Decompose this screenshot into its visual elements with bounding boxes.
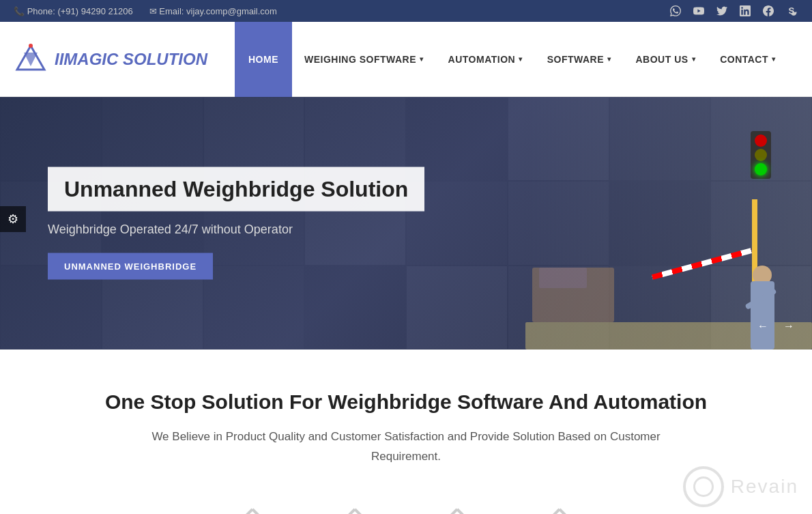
nav-item-home[interactable]: HOME xyxy=(235,22,292,97)
traffic-light-green xyxy=(755,163,767,175)
email-label: Email: vijay.comp@gmail.com xyxy=(159,6,277,16)
traffic-scene xyxy=(525,97,812,349)
traffic-light-red xyxy=(755,134,767,147)
weighing-dropdown-chevron: ▾ xyxy=(420,55,424,63)
main-nav: HOME WEIGHING SOFTWARE ▾ AUTOMATION ▾ SO… xyxy=(235,22,788,97)
hero-arrows: ← → xyxy=(753,317,798,336)
email-info: ✉ Email: vijay.comp@gmail.com xyxy=(149,6,277,16)
nav-item-weighing[interactable]: WEIGHING SOFTWARE ▾ xyxy=(292,22,436,97)
nav-item-software[interactable]: SOFTWARE ▾ xyxy=(535,22,624,97)
icon-item-2 xyxy=(331,494,379,514)
svg-point-2 xyxy=(29,44,33,48)
phone-label: Phone: (+91) 94290 21206 xyxy=(27,6,133,16)
gear-button[interactable]: ⚙ xyxy=(0,206,26,232)
automation-dropdown-chevron: ▾ xyxy=(519,55,523,63)
icon-item-1 xyxy=(229,494,276,514)
svg-marker-1 xyxy=(24,53,38,66)
top-bar: 📞 Phone: (+91) 94290 21206 ✉ Email: vija… xyxy=(0,0,812,22)
nav-item-about[interactable]: ABOUT US ▾ xyxy=(624,22,708,97)
hero-title: Unmanned Weighbridge Solution xyxy=(64,177,408,202)
revain-brand: Revain xyxy=(731,476,798,498)
nav-item-automation[interactable]: AUTOMATION ▾ xyxy=(436,22,535,97)
nav-item-contact[interactable]: CONTACT ▾ xyxy=(708,22,787,97)
software-dropdown-chevron: ▾ xyxy=(607,55,611,63)
hero-section: ⚙ Unmanned Weighbridge Solution Weighbri… xyxy=(0,97,812,349)
barrier-arm xyxy=(652,248,752,280)
hero-next-button[interactable]: → xyxy=(779,317,798,336)
section-title: One Stop Solution For Weighbridge Softwa… xyxy=(27,390,785,414)
hero-subtitle: Weighbridge Operated 24/7 without Operat… xyxy=(48,223,424,237)
phone-icon: 📞 xyxy=(14,6,25,16)
traffic-light-yellow xyxy=(755,149,767,161)
youtube-icon[interactable] xyxy=(692,4,706,18)
hero-cta-button[interactable]: UNMANNED WEIGHBRIDGE xyxy=(48,253,213,280)
revain-logo-circle xyxy=(683,466,724,507)
email-icon: ✉ xyxy=(149,6,157,16)
hero-content: Unmanned Weighbridge Solution Weighbridg… xyxy=(48,167,424,280)
whatsapp-icon[interactable] xyxy=(669,4,682,18)
revain-logo-inner xyxy=(693,476,714,497)
traffic-light-box xyxy=(751,131,771,179)
logo-text: IIMAGIC SOLUTION xyxy=(55,50,207,69)
contact-dropdown-chevron: ▾ xyxy=(772,55,776,63)
social-icons xyxy=(669,4,798,18)
about-dropdown-chevron: ▾ xyxy=(692,55,696,63)
icon-item-4 xyxy=(536,494,583,514)
section-desc: We Believe in Product Quality and Custom… xyxy=(133,427,679,467)
navbar: IIMAGIC SOLUTION HOME WEIGHING SOFTWARE … xyxy=(0,22,812,97)
phone-info: 📞 Phone: (+91) 94290 21206 xyxy=(14,6,133,16)
skype-icon[interactable] xyxy=(785,4,798,18)
linkedin-icon[interactable] xyxy=(738,4,752,18)
hero-title-box: Unmanned Weighbridge Solution xyxy=(48,167,424,212)
chevron-up-icon-2 xyxy=(331,494,379,514)
top-bar-contacts: 📞 Phone: (+91) 94290 21206 ✉ Email: vija… xyxy=(14,6,277,16)
logo-icon xyxy=(14,42,48,76)
chevron-up-icon-1 xyxy=(229,494,276,514)
chevron-up-icon-3 xyxy=(433,494,481,514)
logo[interactable]: IIMAGIC SOLUTION xyxy=(14,42,207,76)
icons-row xyxy=(27,494,785,514)
twitter-icon[interactable] xyxy=(715,4,729,18)
facebook-icon[interactable] xyxy=(762,4,775,18)
revain-watermark: Revain xyxy=(683,466,798,507)
hero-prev-button[interactable]: ← xyxy=(753,317,772,336)
hero-image xyxy=(525,97,812,349)
icon-item-3 xyxy=(433,494,481,514)
chevron-up-icon-4 xyxy=(536,494,583,514)
